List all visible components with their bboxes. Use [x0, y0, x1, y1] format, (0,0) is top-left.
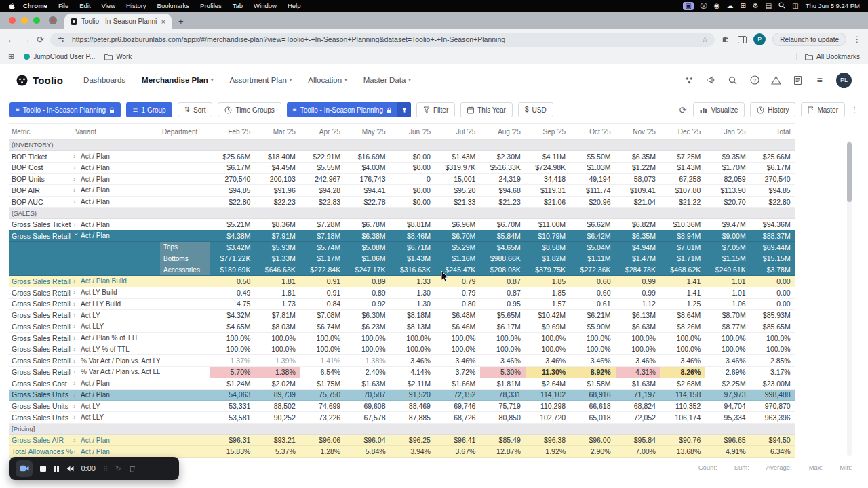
table-row[interactable]: Total Allowances %›Act / Plan15.83%5.37%…	[9, 446, 795, 458]
value-cell[interactable]: $6.17M	[480, 321, 525, 332]
value-cell[interactable]: $316.63K	[391, 264, 435, 275]
table-row[interactable]: Gross Sales Units›Act LLY53,58190,25273,…	[9, 412, 795, 424]
value-cell[interactable]: 0.79	[435, 276, 480, 287]
value-cell[interactable]: $6.35M	[616, 230, 660, 241]
recorder-grid-icon[interactable]: ⠿	[103, 465, 108, 472]
value-cell[interactable]: 1.41	[660, 287, 705, 298]
value-cell[interactable]: 110,352	[660, 401, 705, 411]
history-button[interactable]: History	[750, 102, 795, 117]
value-cell[interactable]: 73,226	[300, 412, 345, 423]
value-cell[interactable]: $2.64M	[526, 378, 570, 389]
value-cell[interactable]: $1.66M	[435, 378, 480, 389]
value-cell[interactable]: $6.30M	[345, 310, 390, 321]
value-cell[interactable]: $5.84M	[480, 230, 525, 241]
value-cell[interactable]: 69,746	[435, 401, 480, 411]
value-cell[interactable]: 3.46%	[435, 355, 480, 366]
relaunch-update-button[interactable]: Relaunch to update	[772, 33, 846, 46]
apps-grid-icon[interactable]: ⊞	[8, 52, 14, 61]
column-header-9[interactable]: Aug '25	[480, 128, 525, 136]
value-cell[interactable]: 13.68%	[660, 446, 705, 457]
side-panel-icon[interactable]	[737, 35, 747, 44]
value-cell[interactable]: $1.17M	[300, 253, 345, 264]
value-cell[interactable]: $96.65	[705, 435, 750, 446]
value-cell[interactable]: 3.46%	[526, 355, 570, 366]
value-cell[interactable]: $96.41	[435, 435, 480, 446]
table-row[interactable]: Bottoms$771.22K$1.33M$1.17M$1.06M$1.43M$…	[9, 253, 795, 265]
value-cell[interactable]: 1.06	[705, 299, 750, 310]
value-cell[interactable]: $6.82M	[616, 219, 660, 230]
value-cell[interactable]: 100.0%	[751, 344, 795, 355]
value-cell[interactable]: $5.90M	[570, 321, 615, 332]
value-cell[interactable]: $516.33K	[480, 163, 525, 174]
value-cell[interactable]: 34,418	[526, 174, 570, 184]
value-cell[interactable]: $8.58M	[526, 242, 570, 253]
value-cell[interactable]: $6.78M	[345, 219, 390, 230]
value-cell[interactable]: 100.0%	[660, 333, 705, 344]
value-cell[interactable]: $988.66K	[480, 253, 525, 264]
value-cell[interactable]: 200,103	[255, 174, 300, 184]
value-cell[interactable]: $9.00M	[705, 230, 750, 241]
toolbar-more-icon[interactable]: ⋮	[850, 105, 859, 115]
table-row[interactable]: BOP Cost›Act / Plan$6.17M$4.45M$5.55M$4.…	[9, 163, 795, 174]
value-cell[interactable]: $22.23	[255, 197, 300, 207]
value-cell[interactable]: 1.30	[391, 299, 435, 310]
value-cell[interactable]: 970,870	[751, 401, 795, 411]
value-cell[interactable]: $22.83	[300, 197, 345, 207]
value-cell[interactable]: $2.11M	[391, 378, 435, 389]
value-cell[interactable]: $3.42M	[210, 242, 255, 253]
value-cell[interactable]: 94,704	[705, 401, 750, 411]
value-cell[interactable]: 176,743	[345, 174, 390, 184]
value-cell[interactable]: $5.04M	[570, 242, 615, 253]
value-cell[interactable]: $272.36K	[570, 264, 615, 275]
table-row[interactable]: Gross Sales AIR›Act / Plan$96.31$93.21$9…	[9, 435, 795, 447]
value-cell[interactable]: $7.18M	[300, 230, 345, 241]
apple-menu-icon[interactable]	[8, 2, 15, 10]
menu-item-file[interactable]: File	[53, 2, 74, 9]
value-cell[interactable]: 2.69%	[705, 367, 750, 378]
bookmark-jumpcloud[interactable]: JumpCloud User P...	[24, 53, 95, 60]
value-cell[interactable]: $4.38M	[210, 230, 255, 241]
value-cell[interactable]: $22.80	[751, 197, 795, 207]
grid-status-icon[interactable]: ⊞	[740, 3, 745, 9]
value-cell[interactable]: $1.82M	[526, 253, 570, 264]
column-header-7[interactable]: Jun '25	[391, 128, 435, 136]
column-header-0[interactable]: Metric	[9, 128, 73, 136]
value-cell[interactable]: $1.75M	[300, 378, 345, 389]
value-cell[interactable]: 3.17%	[751, 367, 795, 378]
column-header-4[interactable]: Mar '25	[255, 128, 300, 136]
value-cell[interactable]: $1.43M	[435, 151, 480, 162]
value-cell[interactable]: $6.74M	[300, 321, 345, 332]
value-cell[interactable]: $7.91M	[255, 230, 300, 241]
value-cell[interactable]: 75,750	[300, 390, 345, 401]
value-cell[interactable]: $7.05M	[705, 242, 750, 253]
value-cell[interactable]: $6.13M	[616, 310, 660, 321]
value-cell[interactable]: $1.81M	[480, 378, 525, 389]
value-cell[interactable]: $1.03M	[570, 163, 615, 174]
value-cell[interactable]: 11.30%	[526, 367, 570, 378]
value-cell[interactable]: $22.78	[345, 197, 390, 207]
value-cell[interactable]: 1.73	[255, 299, 300, 310]
browser-tab[interactable]: Toolio - In-Season Planning ×	[64, 14, 172, 29]
value-cell[interactable]: $21.23	[480, 197, 525, 207]
value-cell[interactable]: $0.00	[391, 197, 435, 207]
all-bookmarks-button[interactable]: All Bookmarks	[796, 53, 860, 60]
menu-item-bookmarks[interactable]: Bookmarks	[152, 2, 195, 9]
value-cell[interactable]: $319.97K	[435, 163, 480, 174]
table-row[interactable]: Gross Sales Ticket›Act / Plan$5.21M$8.36…	[9, 219, 795, 230]
value-cell[interactable]: 0.60	[570, 276, 615, 287]
value-cell[interactable]: $0.00	[391, 151, 435, 162]
value-cell[interactable]: 1.38%	[345, 355, 390, 366]
value-cell[interactable]: $1.06M	[345, 253, 390, 264]
value-cell[interactable]: 3.46%	[705, 355, 750, 366]
value-cell[interactable]: 0.89	[345, 287, 390, 298]
time-groups-button[interactable]: Time Groups	[218, 102, 281, 117]
value-cell[interactable]: 68,726	[435, 412, 480, 423]
value-cell[interactable]: 0.95	[480, 299, 525, 310]
alerts-warning-icon[interactable]	[771, 75, 781, 85]
value-cell[interactable]: 88,469	[391, 401, 435, 411]
value-cell[interactable]: 89,739	[255, 390, 300, 401]
column-header-10[interactable]: Sep '25	[526, 128, 570, 136]
value-cell[interactable]: 53,581	[210, 412, 255, 423]
value-cell[interactable]: $468.62K	[660, 264, 705, 275]
value-cell[interactable]: 100.0%	[300, 333, 345, 344]
